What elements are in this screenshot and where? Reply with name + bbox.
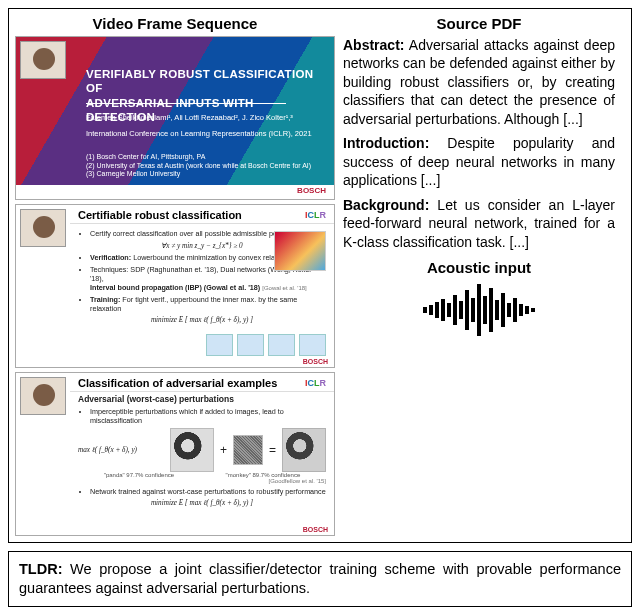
- waveform-bar: [519, 304, 523, 316]
- video-frame-2: Certifiable robust classification ICLR C…: [15, 204, 335, 368]
- background-para: Background: Let us consider an L-layer f…: [343, 196, 615, 251]
- slide3-title: Classification of adversarial examples: [78, 377, 277, 389]
- panda-image-adv: [282, 428, 326, 472]
- noise-patch: [233, 435, 263, 465]
- waveform-bar: [447, 303, 451, 317]
- slide3-bullet-2: Network trained against worst-case pertu…: [90, 487, 326, 496]
- panda-image-clean: [170, 428, 214, 472]
- waveform-bar: [531, 308, 535, 312]
- slide2-body: Certifiable robust classification ICLR C…: [70, 205, 334, 367]
- waveform-bar: [459, 301, 463, 319]
- affil-3: (3) Carnegie Mellon University: [86, 170, 180, 177]
- bosch-logo: BOSCH: [297, 186, 326, 195]
- affil-1: (1) Bosch Center for AI, Pittsburgh, PA: [86, 153, 205, 160]
- slide1-title-l1: VERIFIABLY ROBUST CLASSIFICATION OF: [86, 68, 313, 94]
- slide3-body: Classification of adversarial examples I…: [70, 373, 334, 535]
- slide2-illustration: [274, 231, 326, 271]
- waveform-bar: [489, 288, 493, 332]
- pdf-column-title: Source PDF: [343, 15, 615, 32]
- tldr-label: TLDR:: [19, 561, 63, 577]
- waveform-bar: [453, 295, 457, 325]
- slide3-bullet-1: Imperceptible perturbations which if add…: [90, 407, 326, 425]
- waveform-bar: [495, 300, 499, 320]
- video-frame-1: VERIFIABLY ROBUST CLASSIFICATION OF ADVE…: [15, 36, 335, 200]
- slide1-affiliations: (1) Bosch Center for AI, Pittsburgh, PA …: [86, 153, 311, 179]
- slide1-rule: [86, 103, 286, 104]
- waveform-bar: [471, 298, 475, 322]
- webcam-thumbnail: [20, 209, 66, 247]
- iclr-logo: ICLR: [305, 378, 326, 388]
- waveform-icon: [343, 282, 615, 338]
- waveform-bar: [429, 305, 433, 315]
- right-column: Source PDF Abstract: Adversarial attacks…: [343, 15, 615, 536]
- bosch-logo: BOSCH: [303, 358, 328, 365]
- slide3-math-1: max ℓ( f_θ(x + δ), y): [78, 446, 168, 454]
- slide1-authors: Fatemeh Sheikholeslami¹, Ali Lotfi Rezaa…: [86, 113, 293, 122]
- video-column-title: Video Frame Sequence: [15, 15, 335, 32]
- slide2-bullet-4: Training: For tight verif., upperbound t…: [90, 295, 326, 313]
- slide3-math-2: minimize E [ max ℓ( f_θ(x + δ), y) ]: [78, 499, 326, 507]
- waveform-bar: [465, 290, 469, 330]
- slide1-footer-bar: [16, 185, 334, 199]
- plus-icon: +: [220, 443, 227, 457]
- slide2-title: Certifiable robust classification: [78, 209, 242, 221]
- webcam-thumbnail: [20, 41, 66, 79]
- waveform-bar: [477, 284, 481, 336]
- slide2-math-2: minimize E [ max ℓ( f_θ(x + δ), y) ]: [78, 316, 326, 324]
- tldr-text: We propose a joint classifier/detector t…: [19, 561, 621, 596]
- equals-icon: =: [269, 443, 276, 457]
- waveform-bar: [507, 303, 511, 317]
- intro-para: Introduction: Despite popularity and suc…: [343, 134, 615, 189]
- waveform-bar: [513, 298, 517, 322]
- affil-2: (2) University of Texas at Austin (work …: [86, 162, 311, 169]
- slide3-ref: [Goodfellow et al. '15]: [78, 478, 326, 484]
- bosch-logo: BOSCH: [303, 526, 328, 533]
- webcam-thumbnail: [20, 377, 66, 415]
- abstract-para: Abstract: Adversarial attacks against de…: [343, 36, 615, 128]
- waveform-bar: [483, 296, 487, 324]
- video-frame-3: Classification of adversarial examples I…: [15, 372, 335, 536]
- slide3-subtitle: Adversarial (worst-case) perturbations: [78, 394, 326, 404]
- slide1-conference: International Conference on Learning Rep…: [86, 129, 312, 138]
- slide3-content: Adversarial (worst-case) perturbations I…: [70, 392, 334, 511]
- waveform-bar: [441, 299, 445, 321]
- caption-clean: "panda" 97.7% confidence: [104, 472, 174, 478]
- top-row: Video Frame Sequence VERIFIABLY ROBUST C…: [15, 15, 625, 536]
- figure-main: Video Frame Sequence VERIFIABLY ROBUST C…: [8, 8, 632, 543]
- acoustic-title: Acoustic input: [343, 259, 615, 276]
- waveform-bar: [525, 306, 529, 314]
- waveform-bar: [501, 293, 505, 327]
- video-column: Video Frame Sequence VERIFIABLY ROBUST C…: [15, 15, 335, 536]
- video-thumbnail-stack: VERIFIABLY ROBUST CLASSIFICATION OF ADVE…: [15, 36, 335, 536]
- waveform-bar: [423, 307, 427, 313]
- iclr-logo: ICLR: [305, 210, 326, 220]
- tldr-box: TLDR: We propose a joint classifier/dete…: [8, 551, 632, 607]
- slide2-ibp-diagram: [206, 329, 326, 361]
- pdf-excerpt: Abstract: Adversarial attacks against de…: [343, 36, 615, 251]
- waveform-bar: [435, 302, 439, 318]
